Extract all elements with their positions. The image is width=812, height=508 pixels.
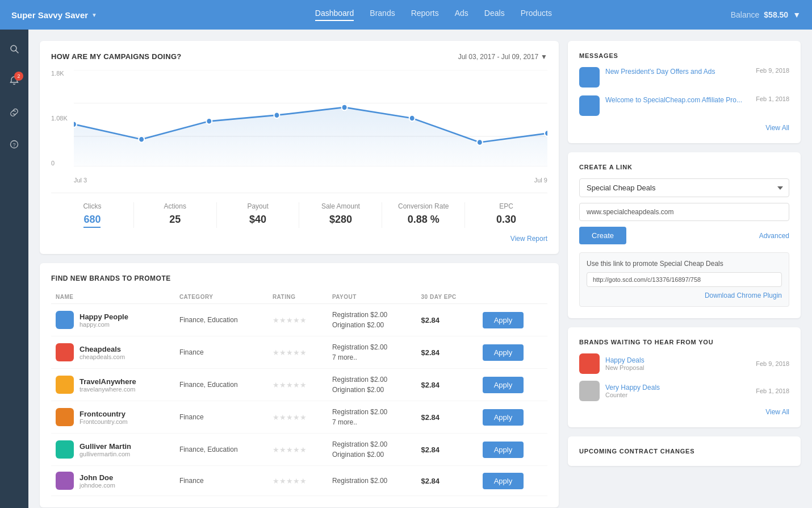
message-content: New President's Day Offers and Ads Feb 9… <box>605 67 789 77</box>
chart-date-chevron: ▼ <box>541 53 547 61</box>
nav-dashboard[interactable]: Dashboard <box>315 9 354 21</box>
apply-button[interactable]: Apply <box>483 409 524 426</box>
brands-waiting-view-all[interactable]: View All <box>579 408 789 416</box>
brand-info: Happy People happy.com <box>79 313 128 328</box>
messages-view-all[interactable]: View All <box>579 124 789 132</box>
create-link-button[interactable]: Create <box>579 227 626 244</box>
apply-button[interactable]: Apply <box>483 377 524 393</box>
create-link-select[interactable]: Special Cheap Deals <box>579 178 789 197</box>
chart-title: HOW ARE MY CAMPAIGNS DOING? <box>51 52 182 61</box>
messages-card: MESSAGES New President's Day Offers and … <box>568 41 801 143</box>
sidebar-question-icon[interactable]: ? <box>4 134 24 155</box>
app-layout: 2 ? HOW ARE MY CAMPAIGNS DOING? Ju <box>0 30 812 508</box>
message-title[interactable]: New President's Day Offers and Ads <box>605 67 715 77</box>
campaign-card: HOW ARE MY CAMPAIGNS DOING? Jul 03, 2017… <box>40 41 559 254</box>
brand-apply-cell: Apply <box>478 434 547 466</box>
chart-x-labels: Jul 3 Jul 9 <box>74 177 547 184</box>
brand-url-text: Frontcountry.com <box>79 418 128 425</box>
brand-category: Finance <box>175 401 268 434</box>
svg-point-9 <box>74 121 77 127</box>
promo-label: Use this link to promote Special Cheap D… <box>587 260 782 268</box>
chart-date-range[interactable]: Jul 03, 2017 - Jul 09, 2017 ▼ <box>458 53 547 61</box>
sidebar: 2 ? <box>0 30 28 508</box>
brand-epc: $2.84 <box>417 304 478 336</box>
table-row: TravelAnywhere travelanywhere.com Financ… <box>51 369 547 401</box>
brand-apply-cell: Apply <box>478 401 547 434</box>
brand-chevron-icon: ▼ <box>91 12 97 18</box>
col-name: NAME <box>51 290 175 304</box>
nav-products[interactable]: Products <box>521 9 552 21</box>
apply-button[interactable]: Apply <box>483 344 524 361</box>
message-title[interactable]: Welcome to SpecialCheap.com Affiliate Pr… <box>605 95 742 105</box>
sidebar-link-icon[interactable] <box>4 102 24 123</box>
left-column: HOW ARE MY CAMPAIGNS DOING? Jul 03, 2017… <box>40 41 559 497</box>
stat-payout[interactable]: Payout $40 <box>217 202 300 228</box>
svg-point-11 <box>206 118 212 124</box>
nav-brands[interactable]: Brands <box>370 9 395 21</box>
right-column: MESSAGES New President's Day Offers and … <box>568 41 801 497</box>
create-link-actions: Create Advanced <box>579 227 789 244</box>
stat-sale-amount[interactable]: Sale Amount $280 <box>299 202 382 228</box>
apply-button[interactable]: Apply <box>483 473 524 489</box>
stat-clicks[interactable]: Clicks 680 <box>51 202 134 228</box>
brand-apply-cell: Apply <box>478 369 547 401</box>
stat-actions[interactable]: Actions 25 <box>134 202 217 228</box>
chart-y-labels: 1.8K 1.08K 0 <box>51 70 68 166</box>
apply-button[interactable]: Apply <box>483 442 524 458</box>
brand-payout: Registration $2.00Origination $2.00 <box>328 369 417 401</box>
brand-category: Finance, Education <box>175 434 268 466</box>
brand-logo <box>56 311 74 329</box>
nav-reports[interactable]: Reports <box>411 9 439 21</box>
waiting-status: Counter <box>605 392 750 398</box>
brand-label: Super Savvy Saver <box>11 10 88 20</box>
stat-conversion-rate[interactable]: Conversion Rate 0.88 % <box>382 202 465 228</box>
brand-name-cell: John Doe johndoe.com <box>56 472 170 490</box>
brand-logo <box>56 472 74 490</box>
brand-name-text: TravelAnywhere <box>79 377 136 386</box>
waiting-brand-name[interactable]: Happy Deals <box>605 356 750 364</box>
nav-deals[interactable]: Deals <box>484 9 505 21</box>
sidebar-search-icon[interactable] <box>4 39 24 59</box>
view-report-link[interactable]: View Report <box>51 235 547 243</box>
brand-logo <box>56 343 74 361</box>
nav-links: Dashboard Brands Reports Ads Deals Produ… <box>136 9 731 21</box>
brand-logo <box>56 408 74 426</box>
col-payout: PAYOUT <box>328 290 417 304</box>
nav-ads[interactable]: Ads <box>455 9 468 21</box>
download-plugin-link[interactable]: Download Chrome Plugin <box>587 292 782 299</box>
brand-epc: $2.84 <box>417 336 478 369</box>
table-row: Gulliver Martin gullivermartin.com Finan… <box>51 434 547 466</box>
table-row: Cheapdeals cheapdeals.com Finance ★★★★★ … <box>51 336 547 369</box>
brand-epc: $2.84 <box>417 466 478 496</box>
brand-logo <box>56 440 74 459</box>
svg-point-12 <box>274 112 279 118</box>
brand-payout: Registration $2.00Origination $2.00 <box>328 434 417 466</box>
advanced-link[interactable]: Advanced <box>759 232 789 240</box>
brand-payout: Registration $2.00Origination $2.00 <box>328 304 417 336</box>
brand-name[interactable]: Super Savvy Saver ▼ <box>11 10 136 20</box>
create-link-url-input[interactable] <box>579 203 789 221</box>
apply-button[interactable]: Apply <box>483 312 524 328</box>
brand-name-text: Happy People <box>79 313 128 321</box>
brand-epc: $2.84 <box>417 434 478 466</box>
waiting-date: Feb 1, 2018 <box>756 388 789 394</box>
top-nav: Super Savvy Saver ▼ Dashboard Brands Rep… <box>0 0 812 30</box>
stat-epc[interactable]: EPC 0.30 <box>465 202 547 228</box>
waiting-brand-name[interactable]: Very Happy Deals <box>605 384 750 392</box>
upcoming-card: UPCOMING CONTRACT CHANGES <box>568 436 801 466</box>
svg-point-13 <box>342 105 348 111</box>
balance-label: Balance <box>731 10 760 19</box>
brand-rating: ★★★★★ <box>268 401 328 434</box>
brands-card: FIND NEW BRANDS TO PROMOTE NAME CATEGORY… <box>40 263 559 507</box>
brand-category: Finance, Education <box>175 304 268 336</box>
sidebar-bell-icon[interactable]: 2 <box>4 70 24 91</box>
table-row: Frontcountry Frontcountry.com Finance ★★… <box>51 401 547 434</box>
message-item: New President's Day Offers and Ads Feb 9… <box>579 67 789 88</box>
promo-url-input[interactable] <box>587 272 782 287</box>
svg-point-16 <box>545 130 547 136</box>
brand-name-cell: Gulliver Martin gullivermartin.com <box>56 440 170 459</box>
brands-table-title: FIND NEW BRANDS TO PROMOTE <box>51 274 547 282</box>
message-icon <box>579 67 600 88</box>
waiting-info: Very Happy Deals Counter <box>605 384 750 398</box>
brand-payout: Registration $2.00 <box>328 466 417 496</box>
